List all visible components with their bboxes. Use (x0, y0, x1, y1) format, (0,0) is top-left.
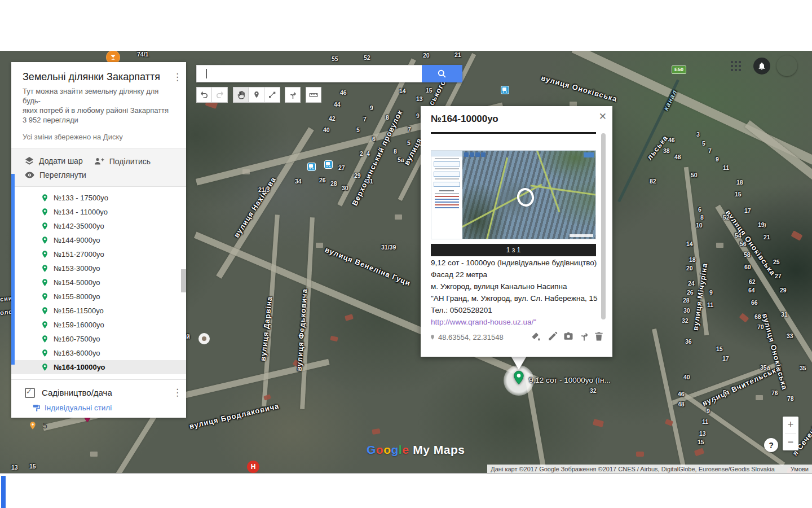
edit-pencil-icon[interactable] (547, 331, 558, 342)
attached-photo[interactable] (431, 150, 596, 239)
house-number: 60 (744, 264, 751, 270)
search-button[interactable] (422, 65, 462, 82)
house-number: 38 (663, 147, 670, 154)
search-bar (196, 65, 462, 82)
measure-button[interactable] (306, 87, 321, 103)
popup-divider (431, 132, 596, 134)
list-item[interactable]: №155-8000уо (11, 290, 186, 304)
zoom-in-button[interactable]: + (783, 417, 798, 433)
camera-icon[interactable] (563, 331, 574, 342)
style-paint-icon[interactable] (530, 331, 541, 342)
house-number: 44 (334, 101, 341, 108)
pin-list: №133 - 17500уо№134 - 11000уо№142-35000уо… (11, 187, 186, 378)
undo-button[interactable] (196, 87, 212, 103)
list-item[interactable]: №133 - 17500уо (11, 191, 186, 205)
list-item[interactable]: №154-5000уо (11, 275, 186, 290)
popup-scrollbar[interactable] (601, 133, 606, 319)
house-number: 52 (723, 214, 730, 221)
hospital-poi-icon[interactable]: H (247, 461, 259, 473)
house-number: 40 (323, 126, 330, 133)
list-item[interactable]: №144-9000уо (11, 233, 186, 247)
house-number: 40 (683, 374, 690, 380)
account-avatar[interactable] (776, 55, 797, 76)
directions-icon[interactable] (579, 331, 590, 342)
street-label: вулиця Нахімова (232, 176, 278, 239)
street-label: вулиця Бродлаковича (188, 402, 280, 431)
list-item[interactable]: №164-10000уо (11, 360, 186, 374)
list-item[interactable]: №134 - 11000уо (11, 205, 186, 219)
house-number: 56 (740, 240, 747, 247)
layer-checkbox[interactable] (25, 388, 35, 398)
house-number: 15 (698, 439, 704, 445)
list-item[interactable]: №151-27000уо (11, 247, 186, 261)
house-number: 76 (771, 389, 778, 396)
house-number: 20 (686, 265, 693, 271)
notifications-button[interactable] (753, 58, 770, 75)
list-item[interactable]: №159-16000уо (11, 318, 186, 332)
google-my-maps-logo: Google My Maps (367, 443, 465, 457)
house-number: 7 (708, 147, 712, 154)
house-number: 7 (713, 398, 717, 405)
house-number: 29 (780, 287, 787, 294)
house-number: 13 (699, 430, 706, 437)
house-number: 48 (678, 401, 685, 408)
draw-line-button[interactable] (264, 87, 280, 103)
layers-icon (25, 156, 34, 165)
generic-poi-icon[interactable] (198, 333, 210, 344)
list-item[interactable]: №160-7500уо (11, 332, 186, 346)
house-number: 9 (707, 408, 710, 414)
add-marker-button[interactable] (249, 87, 264, 103)
redo-button[interactable] (212, 87, 228, 103)
selected-map-pin[interactable] (511, 367, 527, 388)
house-number: 48 (674, 154, 681, 160)
directions-fork-icon (288, 90, 298, 100)
detail-line: "АН Гранд, м. Ужгород, вул. Сл. Набережн… (431, 294, 600, 303)
house-number: 6 (698, 206, 701, 213)
pin-small-icon (430, 334, 435, 341)
bus-stop-icon[interactable] (501, 86, 509, 94)
individual-styles-link[interactable]: Індивідуальні стилі (33, 404, 186, 412)
terms-link[interactable]: Умови (791, 466, 809, 472)
add-layer-button[interactable]: Додати шар (25, 156, 83, 165)
house-number: 10 (696, 222, 703, 229)
share-button[interactable]: Поділитись (94, 157, 151, 166)
sidebar-scrollbar[interactable] (181, 269, 186, 292)
house-number: 26 (319, 177, 326, 183)
green-pin-icon (41, 249, 49, 260)
preview-button[interactable]: Переглянути (25, 170, 86, 179)
delete-trash-icon[interactable] (593, 331, 604, 342)
apps-grid-icon[interactable] (731, 61, 742, 72)
bus-stop-icon[interactable] (324, 160, 333, 169)
website-link[interactable]: http://www.qrand-house.uz.ua/" (431, 318, 600, 326)
text-caret (206, 69, 207, 78)
close-icon[interactable]: ✕ (599, 111, 607, 122)
house-number: 5 (723, 389, 726, 396)
popup-title: №164-10000уо (431, 113, 498, 125)
list-item[interactable]: №142-35000уо (11, 219, 186, 233)
house-number: 32 (682, 317, 689, 324)
house-number: 17 (744, 207, 751, 214)
house-number: 15 (716, 345, 723, 352)
list-item[interactable]: №163-6000уо (11, 346, 186, 360)
house-number: 46 (340, 89, 347, 96)
house-number: 29 (354, 172, 361, 179)
popup-tail (511, 356, 527, 370)
pan-tool-button[interactable] (233, 87, 249, 103)
layer-menu-button[interactable]: ⋮ (173, 387, 182, 398)
house-number: 30 (342, 185, 348, 191)
panel-menu-button[interactable]: ⋮ (173, 71, 182, 83)
search-input[interactable] (196, 65, 422, 82)
house-number: 5 (407, 139, 411, 146)
house-number: 3 (696, 131, 700, 138)
house-number: 9 (709, 289, 713, 296)
house-number: 32 (590, 387, 597, 394)
saved-status: Усі зміни збережено на Диску (11, 125, 186, 148)
bus-stop-icon[interactable] (307, 163, 316, 171)
list-item[interactable]: №156-11500уо (11, 304, 186, 318)
help-button[interactable]: ? (764, 438, 778, 452)
list-item[interactable]: №153-3000уо (11, 261, 186, 275)
views-count: 3 952 перегляди (23, 116, 78, 124)
zoom-out-button[interactable]: − (783, 434, 798, 451)
add-directions-button[interactable] (285, 87, 301, 103)
house-number: 66 (751, 299, 758, 306)
